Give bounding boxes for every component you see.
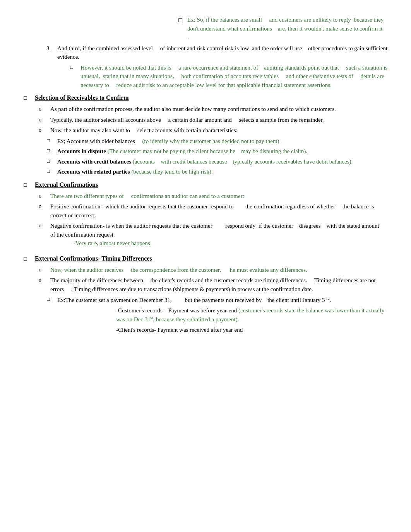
item3-text: Now, the auditor may also want to select… — [50, 126, 388, 135]
section1-item1: o As part of the confirmation process, t… — [39, 105, 388, 114]
sub-credit-text: Accounts with credit balances (accounts … — [57, 157, 388, 166]
timing-sub-bullet: ◻ Ex:The customer set a payment on Decem… — [46, 295, 388, 305]
s3-item2-text: The majority of the differences between … — [50, 276, 388, 293]
numbered-item-3: 3. And third, if the combined assessed l… — [46, 44, 388, 61]
customer-records-line: -Customer's records – Payment was before… — [116, 306, 388, 324]
section2-bullet-char: ◻ — [23, 180, 35, 189]
s3-item2-o: o — [39, 276, 50, 284]
section2-item2: o Positive confirmation - which the audi… — [39, 202, 388, 220]
s3-item1-text: Now, when the auditor receives the corre… — [50, 266, 388, 275]
section-timing: ◻ External Confirmations- Timing Differe… — [23, 254, 388, 334]
section2-item1: o There are two different types of confi… — [39, 192, 388, 201]
section-selection-heading-row: ◻ Selection of Receivables to Confirm — [23, 93, 388, 102]
s2-item2-o: o — [39, 202, 50, 210]
section3-bullet-char: ◻ — [23, 254, 35, 263]
section3-item1: o Now, when the auditor receives the cor… — [39, 266, 388, 275]
s2-item3-text: Negative confirmation- is when the audit… — [50, 222, 388, 248]
client-records-text: -Client's records- Payment was received … — [116, 327, 243, 333]
top-sub-text: Ex: So, if the balances are small and cu… — [187, 15, 388, 42]
item3-o-char: o — [39, 126, 50, 134]
timing-sub-text: Ex:The customer set a payment on Decembe… — [57, 295, 388, 305]
section1-bullet-char: ◻ — [23, 93, 35, 102]
sub-related-char: ◻ — [46, 167, 57, 174]
section-selection: ◻ Selection of Receivables to Confirm o … — [23, 93, 388, 176]
section3-heading-row: ◻ External Confirmations- Timing Differe… — [23, 254, 388, 263]
num-content-3: And third, if the combined assessed leve… — [57, 44, 388, 61]
s2-item1-text: There are two different types of confirm… — [50, 192, 388, 201]
top-sub-bullet: ◻ Ex: So, if the balances are small and … — [178, 15, 388, 42]
sub-dispute-text: Accounts in dispute (The customer may no… — [57, 147, 388, 156]
section1-item3: o Now, the auditor may also want to sele… — [39, 126, 388, 135]
client-records-line: -Client's records- Payment was received … — [116, 326, 388, 334]
section2-heading-row: ◻ External Confirmations — [23, 180, 388, 189]
sub-bullet-ex: ◻ Ex; Accounts with older balances (to i… — [46, 137, 388, 146]
item2-text: Typically, the auditor selects all accou… — [50, 116, 388, 124]
item1-o-char: o — [39, 105, 50, 113]
section-ext-conf: ◻ External Confirmations o There are two… — [23, 180, 388, 248]
num-char-3: 3. — [46, 44, 57, 53]
item2-o-char: o — [39, 116, 50, 124]
section1-item2: o Typically, the auditor selects all acc… — [39, 116, 388, 124]
sub-bullet-dispute: ◻ Accounts in dispute (The customer may … — [46, 147, 388, 156]
section1-heading: Selection of Receivables to Confirm — [35, 93, 388, 102]
sub-bullet-3: ◻ However, it should be noted that this … — [70, 63, 388, 90]
section2-item3: o Negative confirmation- is when the aud… — [39, 222, 388, 248]
section3-item2: o The majority of the differences betwee… — [39, 276, 388, 293]
item1-text: As part of the confirmation process, the… — [50, 105, 388, 114]
sub-ex-text: Ex; Accounts with older balances (to ide… — [57, 137, 388, 146]
customer-records-text-black: -Customer's records – Payment was before… — [116, 307, 237, 314]
section2-heading: External Confirmations — [35, 180, 388, 189]
sub-dispute-char: ◻ — [46, 147, 57, 154]
s2-item1-o: o — [39, 192, 50, 200]
s3-item1-o: o — [39, 266, 50, 274]
sub-text-3: However, it should be noted that this is… — [80, 63, 388, 90]
section3-heading: External Confirmations- Timing Differenc… — [35, 254, 388, 263]
sub-bullet-char: ◻ — [178, 15, 187, 24]
s2-item3-o: o — [39, 222, 50, 230]
sub-credit-char: ◻ — [46, 157, 57, 164]
sub-ex-char: ◻ — [46, 137, 57, 144]
very-rare-text: -Very rare, almost never happens — [74, 240, 150, 246]
s2-item2-text: Positive confirmation - which the audito… — [50, 202, 388, 220]
sub-bullet-related: ◻ Accounts with related parties (because… — [46, 167, 388, 176]
sub-related-text: Accounts with related parties (because t… — [57, 167, 388, 176]
sub-bullet-credit: ◻ Accounts with credit balances (account… — [46, 157, 388, 166]
timing-sub-char: ◻ — [46, 295, 57, 302]
sub-char-3: ◻ — [70, 63, 80, 70]
